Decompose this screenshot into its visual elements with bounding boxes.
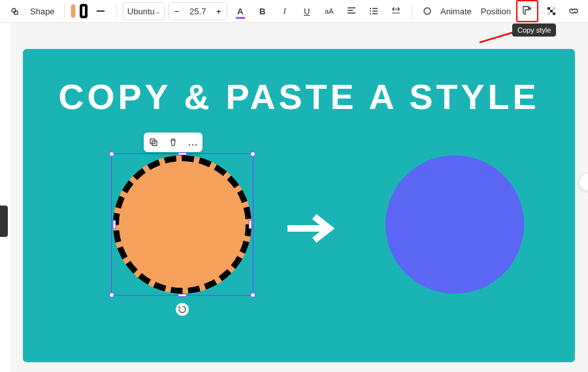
arrow-right-icon[interactable]: [287, 213, 337, 243]
svg-point-3: [370, 10, 371, 12]
effects-icon[interactable]: [418, 2, 436, 20]
more-icon[interactable]: …: [186, 136, 200, 148]
shape-label[interactable]: Shape: [27, 7, 57, 16]
workspace: COPY & PASTE A STYLE: [0, 23, 588, 372]
svg-point-4: [370, 13, 371, 14]
circle-shape-right[interactable]: [385, 155, 524, 294]
spacing-button[interactable]: [387, 2, 405, 20]
alignment-button[interactable]: [342, 2, 361, 20]
copy-style-highlight: Copy style: [516, 0, 538, 22]
svg-rect-8: [550, 10, 553, 12]
link-button[interactable]: [564, 2, 583, 20]
canvas-area[interactable]: COPY & PASTE A STYLE: [10, 23, 588, 372]
stroke-color-swatch[interactable]: [80, 4, 88, 18]
add-page-button[interactable]: [579, 173, 588, 191]
side-rail: [0, 23, 10, 372]
italic-button[interactable]: I: [276, 2, 294, 20]
resize-handle-tl[interactable]: [109, 151, 114, 157]
selection-bounding-box[interactable]: [111, 153, 253, 296]
resize-edge-top[interactable]: [178, 152, 187, 155]
svg-rect-10: [553, 12, 555, 15]
headline-text[interactable]: COPY & PASTE A STYLE: [23, 49, 575, 117]
animate-button[interactable]: Animate: [440, 7, 472, 16]
design-canvas[interactable]: COPY & PASTE A STYLE: [23, 49, 575, 362]
svg-point-0: [12, 8, 16, 12]
resize-handle-br[interactable]: [250, 292, 255, 298]
resize-handle-tr[interactable]: [250, 151, 255, 157]
resize-edge-right[interactable]: [249, 220, 252, 229]
floating-context-menu: …: [144, 132, 203, 152]
border-style-button[interactable]: [91, 2, 110, 20]
font-size-stepper[interactable]: − 25.7 +: [169, 2, 227, 20]
edit-shape-icon[interactable]: [5, 2, 24, 20]
svg-rect-7: [553, 7, 555, 10]
bold-button[interactable]: B: [253, 2, 272, 20]
underline-button[interactable]: U: [298, 2, 316, 20]
svg-point-2: [370, 8, 371, 9]
svg-rect-6: [547, 7, 550, 10]
svg-point-5: [424, 8, 431, 14]
resize-handle-bl[interactable]: [109, 292, 114, 298]
font-size-value[interactable]: 25.7: [185, 7, 211, 16]
transparency-button[interactable]: [542, 2, 561, 20]
fill-color-swatch[interactable]: [71, 4, 76, 18]
side-panel-toggle[interactable]: [0, 206, 8, 237]
duplicate-icon[interactable]: [146, 138, 161, 147]
resize-edge-left[interactable]: [113, 220, 116, 229]
uppercase-button[interactable]: aA: [320, 2, 338, 20]
font-family-select[interactable]: Ubuntu ⌄: [123, 2, 165, 20]
toolbar: Shape Ubuntu ⌄ − 25.7 + A B I U aA: [0, 0, 588, 23]
position-button[interactable]: Position: [480, 7, 512, 16]
chevron-down-icon: ⌄: [155, 8, 160, 15]
font-size-decrement[interactable]: −: [169, 3, 185, 20]
resize-edge-bottom[interactable]: [178, 294, 187, 297]
rotate-handle[interactable]: [176, 303, 189, 316]
text-color-button[interactable]: A: [231, 2, 250, 20]
font-name-value: Ubuntu: [127, 7, 155, 16]
copy-style-tooltip: Copy style: [512, 23, 556, 37]
svg-rect-9: [547, 12, 550, 15]
font-size-increment[interactable]: +: [211, 3, 227, 20]
copy-style-button[interactable]: [518, 2, 536, 20]
list-button[interactable]: [365, 2, 383, 20]
delete-icon[interactable]: [166, 138, 180, 147]
